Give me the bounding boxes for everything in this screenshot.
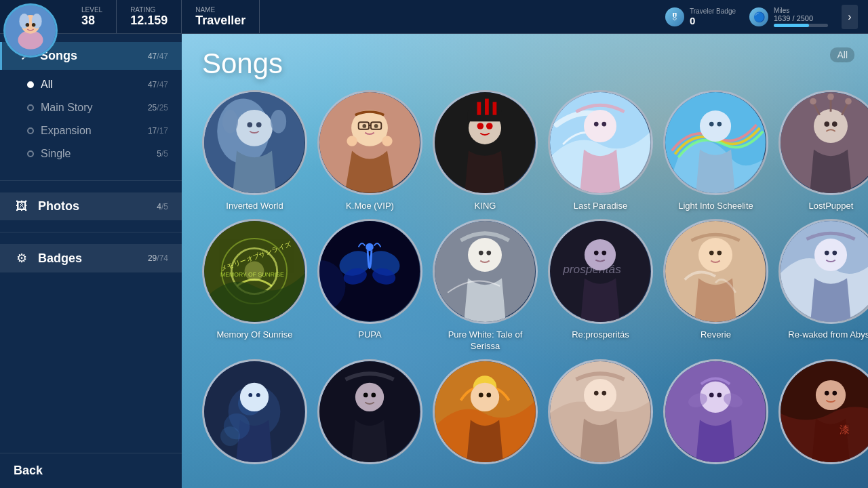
sidebar-divider-2: [0, 232, 182, 232]
traveler-badge-value: 0: [690, 15, 736, 26]
song-item[interactable]: Inverted World: [202, 90, 307, 212]
miles-bar: [774, 24, 828, 27]
rating-value: 12.159: [130, 14, 167, 28]
song-circle: [663, 359, 768, 464]
svg-point-25: [477, 123, 484, 129]
song-circle: [778, 90, 868, 195]
svg-point-10: [247, 122, 252, 127]
sidebar-item-badges[interactable]: ⚙ Badges 29/74: [0, 244, 182, 272]
svg-point-35: [700, 110, 731, 142]
song-item[interactable]: Pure White: Tale of Serissa: [433, 219, 538, 352]
rating-label: Rating: [130, 6, 167, 14]
song-item[interactable]: [202, 359, 307, 470]
svg-point-20: [374, 124, 378, 128]
song-name: PUPA: [358, 329, 381, 341]
song-item[interactable]: [548, 359, 653, 470]
sidebar-bottom: Back: [0, 453, 182, 488]
page-title: Songs: [202, 47, 854, 80]
song-item[interactable]: [433, 359, 538, 470]
sidebar-item-all[interactable]: All 47/47: [0, 73, 182, 96]
sidebar-item-photos[interactable]: 🖼 Photos 4/5: [0, 192, 182, 220]
svg-point-63: [479, 251, 484, 256]
sidebar-single-count: 5/5: [157, 149, 168, 159]
song-item[interactable]: Reverie: [663, 219, 768, 352]
svg-point-102: [717, 392, 722, 397]
song-circle: [778, 219, 868, 324]
svg-point-5: [26, 23, 30, 27]
svg-point-33: [601, 122, 606, 127]
svg-rect-28: [485, 99, 489, 115]
svg-point-44: [827, 94, 834, 100]
song-circle: [317, 359, 422, 464]
topbar-stats: Level 38 Rating 12.159 Name Traveller: [68, 0, 260, 33]
miles-display: 1639 / 2500: [774, 14, 828, 22]
back-button[interactable]: Back: [14, 464, 43, 478]
sidebar-single-label: Single: [41, 148, 150, 160]
song-item[interactable]: Last Paradise: [548, 90, 653, 212]
miles-icon: 🔵: [749, 7, 768, 26]
svg-point-46: [824, 121, 829, 127]
svg-point-22: [382, 136, 392, 146]
level-label: Level: [81, 6, 102, 14]
main-story-dot-icon: [27, 104, 34, 111]
svg-point-83: [256, 393, 260, 397]
sidebar-item-expansion[interactable]: Expansion 17/17: [0, 119, 182, 142]
svg-point-73: [717, 251, 722, 256]
svg-point-85: [220, 426, 240, 446]
song-circle: メモリーオブサンライズ MEMORY OF SUNRISE: [202, 219, 307, 324]
miles-block: 🔵 Miles 1639 / 2500: [749, 7, 828, 27]
svg-point-68: [594, 251, 599, 256]
sidebar-expansion-label: Expansion: [41, 125, 141, 137]
song-item[interactable]: メモリーオブサンライズ MEMORY OF SUNRISE Memory Of …: [202, 219, 307, 352]
svg-point-11: [256, 122, 262, 127]
song-item[interactable]: Re-waked from Abyss: [778, 219, 868, 352]
svg-point-87: [355, 382, 384, 411]
song-item[interactable]: prosperitás Re:prosperitás: [548, 219, 653, 352]
name-block: Name Traveller: [182, 0, 260, 33]
song-item[interactable]: 漆: [778, 359, 868, 470]
traveler-badge-block: 🎖 Traveler Badge 0: [665, 7, 736, 26]
sidebar: ♪ Songs 47/47 All 47/47 Main Story 25/25: [0, 34, 182, 488]
song-circle: [317, 219, 422, 324]
song-name: Pure White: Tale of Serissa: [433, 329, 538, 352]
song-name: Inverted World: [226, 201, 283, 212]
song-item[interactable]: [663, 359, 768, 470]
song-item[interactable]: LostPuppet: [778, 90, 868, 212]
songs-grid: Inverted World K.Moe (VIP) KING: [202, 90, 854, 483]
svg-point-43: [810, 98, 816, 105]
svg-point-26: [486, 123, 493, 129]
song-item[interactable]: Light Into Scheelite: [663, 90, 768, 212]
sidebar-item-single[interactable]: Single 5/5: [0, 142, 182, 165]
song-circle: [433, 90, 538, 195]
topbar-right: 🎖 Traveler Badge 0 🔵 Miles 1639 / 2500 ›: [665, 5, 868, 29]
song-item[interactable]: KING: [433, 90, 538, 212]
svg-point-47: [832, 121, 837, 127]
miles-info: Miles 1639 / 2500: [774, 7, 828, 27]
song-circle: prosperitás: [548, 219, 653, 324]
filter-label: All: [830, 47, 854, 62]
sidebar-photos-count: 4/5: [157, 202, 168, 211]
svg-point-37: [717, 122, 722, 127]
svg-point-75: [814, 239, 847, 271]
main-inner: Songs All Inverted World K.Moe: [182, 34, 868, 488]
badge-icon: ⚙: [14, 251, 30, 266]
sidebar-divider-1: [0, 180, 182, 181]
svg-point-9: [236, 110, 273, 146]
photo-icon: 🖼: [14, 199, 30, 214]
song-item[interactable]: [317, 359, 422, 470]
song-item[interactable]: K.Moe (VIP): [317, 90, 422, 212]
sidebar-main-story-label: Main Story: [41, 102, 141, 114]
miles-label: Miles: [774, 7, 828, 14]
sidebar-item-main-story[interactable]: Main Story 25/25: [0, 96, 182, 119]
sidebar-all-count: 47/47: [148, 80, 168, 89]
song-circle: [548, 359, 653, 464]
svg-point-45: [845, 98, 852, 105]
svg-point-32: [594, 122, 599, 127]
svg-point-98: [601, 390, 606, 395]
song-item[interactable]: PUPA: [317, 219, 422, 352]
avatar-container: [3, 3, 64, 64]
svg-point-108: [832, 390, 837, 395]
svg-point-106: [816, 380, 846, 410]
svg-point-77: [832, 251, 837, 256]
chevron-right-button[interactable]: ›: [842, 5, 858, 29]
